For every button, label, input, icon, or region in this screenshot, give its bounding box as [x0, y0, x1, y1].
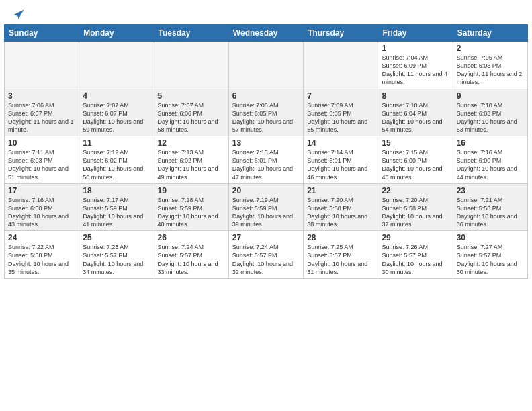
day-info: Sunrise: 7:13 AMSunset: 6:02 PMDaylight:… [158, 148, 225, 181]
day-number: 18 [83, 186, 150, 195]
day-info: Sunrise: 7:16 AMSunset: 6:00 PMDaylight:… [457, 148, 524, 181]
day-cell: 5Sunrise: 7:07 AMSunset: 6:06 PMDaylight… [154, 89, 228, 136]
day-number: 27 [232, 233, 300, 242]
day-info: Sunrise: 7:12 AMSunset: 6:02 PMDaylight:… [83, 148, 150, 181]
weekday-header-wednesday: Wednesday [228, 25, 303, 42]
day-number: 5 [158, 91, 225, 101]
day-cell: 14Sunrise: 7:14 AMSunset: 6:01 PMDayligh… [304, 136, 378, 184]
day-cell: 24Sunrise: 7:22 AMSunset: 5:58 PMDayligh… [5, 231, 79, 279]
day-info: Sunrise: 7:15 AMSunset: 6:00 PMDaylight:… [382, 148, 449, 181]
day-cell: 6Sunrise: 7:08 AMSunset: 6:05 PMDaylight… [228, 89, 303, 136]
weekday-header-sunday: Sunday [5, 25, 79, 42]
weekday-header-thursday: Thursday [304, 25, 378, 42]
day-cell: 10Sunrise: 7:11 AMSunset: 6:03 PMDayligh… [5, 136, 79, 184]
day-info: Sunrise: 7:04 AMSunset: 6:09 PMDaylight:… [382, 54, 449, 87]
week-row-1: 3Sunrise: 7:06 AMSunset: 6:07 PMDaylight… [5, 89, 528, 136]
day-number: 20 [232, 186, 300, 195]
day-cell: 23Sunrise: 7:21 AMSunset: 5:58 PMDayligh… [453, 183, 527, 231]
day-number: 30 [457, 233, 524, 242]
day-info: Sunrise: 7:16 AMSunset: 6:00 PMDaylight:… [8, 196, 75, 229]
day-cell: 30Sunrise: 7:27 AMSunset: 5:57 PMDayligh… [453, 231, 527, 279]
day-cell: 19Sunrise: 7:18 AMSunset: 5:59 PMDayligh… [154, 183, 228, 231]
calendar-wrapper: SundayMondayTuesdayWednesdayThursdayFrid… [0, 24, 532, 283]
day-cell: 13Sunrise: 7:13 AMSunset: 6:01 PMDayligh… [228, 136, 303, 184]
weekday-header-friday: Friday [378, 25, 453, 42]
day-info: Sunrise: 7:13 AMSunset: 6:01 PMDaylight:… [232, 148, 300, 181]
day-info: Sunrise: 7:22 AMSunset: 5:58 PMDaylight:… [8, 243, 75, 276]
day-number: 19 [158, 186, 225, 195]
day-number: 8 [382, 91, 449, 101]
day-cell: 8Sunrise: 7:10 AMSunset: 6:04 PMDaylight… [378, 89, 453, 136]
day-cell [154, 42, 228, 89]
day-number: 23 [457, 186, 524, 195]
day-number: 6 [232, 91, 300, 101]
day-info: Sunrise: 7:17 AMSunset: 5:59 PMDaylight:… [83, 196, 150, 229]
day-number: 15 [382, 138, 449, 148]
day-info: Sunrise: 7:10 AMSunset: 6:03 PMDaylight:… [457, 101, 524, 134]
day-cell: 17Sunrise: 7:16 AMSunset: 6:00 PMDayligh… [5, 183, 79, 231]
day-cell: 16Sunrise: 7:16 AMSunset: 6:00 PMDayligh… [453, 136, 527, 184]
day-number: 11 [83, 138, 150, 148]
day-info: Sunrise: 7:20 AMSunset: 5:58 PMDaylight:… [307, 196, 374, 229]
logo-bird-icon [12, 8, 26, 21]
header [0, 0, 532, 24]
day-number: 28 [307, 233, 374, 242]
day-number: 2 [457, 44, 524, 53]
day-cell [5, 42, 79, 89]
day-number: 9 [457, 91, 524, 101]
day-info: Sunrise: 7:19 AMSunset: 5:59 PMDaylight:… [232, 196, 300, 229]
day-number: 25 [83, 233, 150, 242]
day-info: Sunrise: 7:05 AMSunset: 6:08 PMDaylight:… [457, 54, 524, 87]
day-number: 21 [307, 186, 374, 195]
day-cell: 29Sunrise: 7:26 AMSunset: 5:57 PMDayligh… [378, 231, 453, 279]
day-number: 7 [307, 91, 374, 101]
day-number: 29 [382, 233, 449, 242]
day-cell: 2Sunrise: 7:05 AMSunset: 6:08 PMDaylight… [453, 42, 527, 89]
weekday-header-saturday: Saturday [453, 25, 527, 42]
week-row-4: 24Sunrise: 7:22 AMSunset: 5:58 PMDayligh… [5, 231, 528, 279]
day-cell [304, 42, 378, 89]
day-info: Sunrise: 7:09 AMSunset: 6:05 PMDaylight:… [307, 101, 374, 134]
day-info: Sunrise: 7:25 AMSunset: 5:57 PMDaylight:… [307, 243, 374, 276]
day-number: 10 [8, 138, 75, 148]
day-info: Sunrise: 7:24 AMSunset: 5:57 PMDaylight:… [158, 243, 225, 276]
day-info: Sunrise: 7:21 AMSunset: 5:58 PMDaylight:… [457, 196, 524, 229]
day-info: Sunrise: 7:26 AMSunset: 5:57 PMDaylight:… [382, 243, 449, 276]
day-cell: 22Sunrise: 7:20 AMSunset: 5:58 PMDayligh… [378, 183, 453, 231]
day-number: 16 [457, 138, 524, 148]
day-info: Sunrise: 7:20 AMSunset: 5:58 PMDaylight:… [382, 196, 449, 229]
day-info: Sunrise: 7:23 AMSunset: 5:57 PMDaylight:… [83, 243, 150, 276]
day-cell: 20Sunrise: 7:19 AMSunset: 5:59 PMDayligh… [228, 183, 303, 231]
day-cell: 21Sunrise: 7:20 AMSunset: 5:58 PMDayligh… [304, 183, 378, 231]
day-cell: 7Sunrise: 7:09 AMSunset: 6:05 PMDaylight… [304, 89, 378, 136]
day-number: 4 [83, 91, 150, 101]
day-cell: 26Sunrise: 7:24 AMSunset: 5:57 PMDayligh… [154, 231, 228, 279]
day-info: Sunrise: 7:14 AMSunset: 6:01 PMDaylight:… [307, 148, 374, 181]
day-number: 24 [8, 233, 75, 242]
day-info: Sunrise: 7:24 AMSunset: 5:57 PMDaylight:… [232, 243, 300, 276]
day-info: Sunrise: 7:11 AMSunset: 6:03 PMDaylight:… [8, 148, 75, 181]
day-cell: 15Sunrise: 7:15 AMSunset: 6:00 PMDayligh… [378, 136, 453, 184]
weekday-header-row: SundayMondayTuesdayWednesdayThursdayFrid… [5, 25, 528, 42]
day-cell: 18Sunrise: 7:17 AMSunset: 5:59 PMDayligh… [79, 183, 154, 231]
logo [11, 8, 26, 19]
day-number: 1 [382, 44, 449, 53]
day-number: 17 [8, 186, 75, 195]
day-number: 22 [382, 186, 449, 195]
day-cell [228, 42, 303, 89]
day-cell: 27Sunrise: 7:24 AMSunset: 5:57 PMDayligh… [228, 231, 303, 279]
week-row-0: 1Sunrise: 7:04 AMSunset: 6:09 PMDaylight… [5, 42, 528, 89]
day-info: Sunrise: 7:06 AMSunset: 6:07 PMDaylight:… [8, 101, 75, 134]
day-cell: 9Sunrise: 7:10 AMSunset: 6:03 PMDaylight… [453, 89, 527, 136]
day-number: 13 [232, 138, 300, 148]
day-number: 14 [307, 138, 374, 148]
day-cell: 12Sunrise: 7:13 AMSunset: 6:02 PMDayligh… [154, 136, 228, 184]
day-cell: 3Sunrise: 7:06 AMSunset: 6:07 PMDaylight… [5, 89, 79, 136]
week-row-3: 17Sunrise: 7:16 AMSunset: 6:00 PMDayligh… [5, 183, 528, 231]
day-number: 3 [8, 91, 75, 101]
weekday-header-tuesday: Tuesday [154, 25, 228, 42]
day-info: Sunrise: 7:18 AMSunset: 5:59 PMDaylight:… [158, 196, 225, 229]
day-number: 26 [158, 233, 225, 242]
day-info: Sunrise: 7:10 AMSunset: 6:04 PMDaylight:… [382, 101, 449, 134]
day-info: Sunrise: 7:08 AMSunset: 6:05 PMDaylight:… [232, 101, 300, 134]
